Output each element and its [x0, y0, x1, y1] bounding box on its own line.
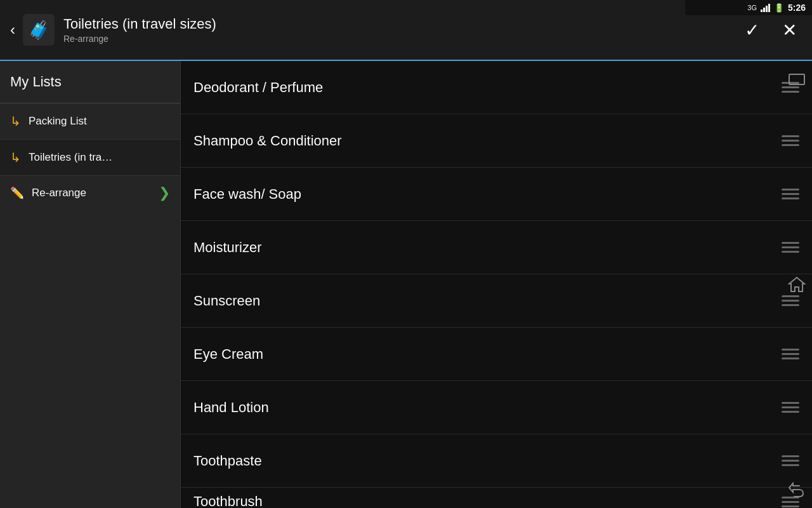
list-item-text: Eye Cream: [193, 346, 771, 363]
battery-icon: 🔋: [774, 3, 784, 13]
status-bar: 3G 🔋 5:26: [685, 0, 812, 15]
drag-handle-icon[interactable]: [782, 242, 799, 253]
sidebar-item-packing-list[interactable]: ↳ Packing List: [0, 104, 180, 140]
title-area: Toiletries (in travel sizes) Re-arrange: [63, 16, 740, 44]
undo-icon: [788, 482, 806, 497]
list-item[interactable]: Toothbrush: [181, 488, 812, 508]
home-icon: [788, 276, 806, 293]
page-title: Toiletries (in travel sizes): [63, 16, 740, 32]
list-item-text: Toothpaste: [193, 453, 771, 469]
list-item-text: Deodorant / Perfume: [193, 79, 771, 96]
list-item[interactable]: Shampoo & Conditioner: [181, 114, 812, 168]
list-item[interactable]: Deodorant / Perfume: [181, 61, 812, 114]
close-icon: ✕: [782, 20, 797, 40]
list-item[interactable]: Sunscreen: [181, 274, 812, 328]
list-item[interactable]: Hand Lotion: [181, 381, 812, 434]
drag-handle-icon[interactable]: [782, 349, 799, 359]
close-button[interactable]: ✕: [777, 15, 802, 46]
rearrange-label: Re-arrange: [32, 187, 86, 199]
list-item[interactable]: Face wash/ Soap: [181, 168, 812, 221]
drag-handle-icon[interactable]: [782, 295, 799, 306]
list-item[interactable]: Eye Cream: [181, 328, 812, 381]
sidebar-item-label: Packing List: [29, 115, 170, 128]
back-undo-button[interactable]: [785, 478, 809, 502]
back-button[interactable]: ‹: [10, 21, 15, 39]
drag-handle-icon[interactable]: [782, 455, 799, 466]
drag-handle-icon[interactable]: [782, 189, 799, 199]
clock: 5:26: [788, 3, 806, 13]
drag-handle-icon[interactable]: [782, 402, 799, 413]
signal-strength-icon: [761, 4, 770, 12]
sidebar-rearrange-action[interactable]: ✏️ Re-arrange ❯: [0, 176, 180, 210]
toiletries-icon: ↳: [10, 150, 21, 165]
rectangle-icon: [789, 74, 805, 85]
chevron-right-icon: ❯: [159, 185, 170, 201]
list-item[interactable]: Moisturizer: [181, 221, 812, 274]
app-logo-icon: 🧳: [23, 14, 55, 46]
page-subtitle: Re-arrange: [63, 34, 740, 44]
top-bar-actions: ✓ ✕: [740, 15, 802, 46]
back-arrow-icon: ‹: [10, 21, 15, 39]
confirm-button[interactable]: ✓: [740, 15, 764, 46]
rearrange-icon: ✏️: [10, 186, 24, 200]
app-icon: 🧳: [23, 14, 55, 46]
sidebar-item-label: Toiletries (in tra…: [29, 151, 170, 164]
home-button[interactable]: [785, 272, 809, 297]
drag-handle-icon[interactable]: [782, 135, 799, 146]
check-icon: ✓: [745, 20, 759, 40]
main-layout: My Lists ↳ Packing List ↳ Toiletries (in…: [0, 61, 812, 508]
list-item-text: Sunscreen: [193, 293, 771, 309]
list-item-text: Moisturizer: [193, 239, 771, 256]
sidebar-my-lists-header: My Lists: [0, 61, 180, 104]
list-item-text: Face wash/ Soap: [193, 186, 771, 203]
svg-text:🧳: 🧳: [28, 20, 50, 41]
sidebar: My Lists ↳ Packing List ↳ Toiletries (in…: [0, 61, 181, 508]
packing-list-icon: ↳: [10, 114, 21, 129]
content-area: Deodorant / PerfumeShampoo & Conditioner…: [181, 61, 812, 508]
list-item[interactable]: Toothpaste: [181, 434, 812, 488]
list-item-text: Shampoo & Conditioner: [193, 133, 771, 149]
screen-layout-button[interactable]: [785, 67, 809, 91]
network-type: 3G: [747, 4, 757, 11]
sidebar-item-toiletries[interactable]: ↳ Toiletries (in tra…: [0, 140, 180, 176]
list-item-text: Hand Lotion: [193, 399, 771, 416]
list-item-text: Toothbrush: [193, 493, 771, 508]
svg-marker-2: [789, 277, 804, 291]
